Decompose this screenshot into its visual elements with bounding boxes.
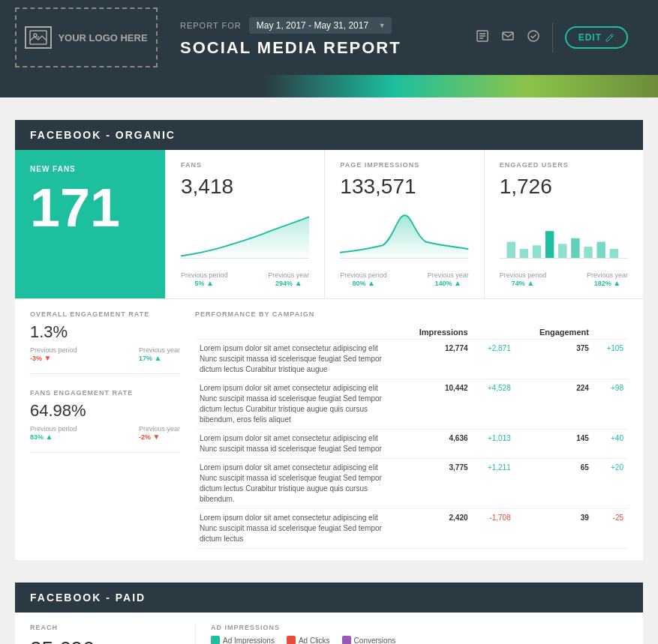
campaign-impressions-delta: -1,708 [473,509,515,549]
fans-engagement-periods: Previous period 83% ▲ Previous year -2% … [30,425,180,441]
svg-rect-17 [558,244,566,258]
campaign-row: Lorem ipsum dolor sit amet consectetur a… [195,430,628,459]
campaign-engagement-delta: +98 [593,379,628,430]
campaign-impressions: 12,774 [395,340,473,379]
fans-label: FANS [181,161,309,169]
legend-ad-impressions: Ad Impressions [211,636,275,644]
fans-card: FANS 3,418 [165,150,324,298]
engagement-header: Engagement [515,325,593,340]
organic-metrics-row: NEW FANS 171 FANS 3,418 [15,150,643,299]
facebook-organic-header: FACEBOOK - ORGANIC [15,120,643,150]
campaign-engagement-delta: +20 [593,459,628,509]
ad-impressions-label: AD IMPRESSIONS [211,624,628,631]
overall-engagement-value: 1.3% [30,322,180,342]
svg-rect-13 [506,242,515,259]
engagement-rates-col: OVERALL ENGAGEMENT RATE 1.3% Previous pe… [30,310,180,549]
legend-green-dot [211,636,220,644]
edit-button[interactable]: EDIT [565,26,628,49]
logo: YOUR LOGO HERE [15,7,158,67]
campaign-engagement-delta: +105 [593,340,628,379]
svg-rect-14 [519,249,527,258]
impressions-period-row: Previous period 80% ▲ Previous year 140%… [340,271,468,287]
svg-rect-20 [596,242,605,259]
overall-engagement-periods: Previous period -3% ▼ Previous year 17% … [30,346,180,362]
engaged-prev-period: Previous period 74% ▲ [500,271,547,287]
new-fans-label: NEW FANS [30,165,150,173]
reach-label: REACH [30,624,180,631]
facebook-organic-section: FACEBOOK - ORGANIC NEW FANS 171 FANS 3,4… [15,120,643,560]
impressions-chart-svg [340,205,468,265]
overall-prev-period: Previous period -3% ▼ [30,346,77,362]
legend-purple-dot [342,636,351,644]
overall-prev-year: Previous year 17% ▲ [139,346,180,362]
fans-chart-svg [181,205,309,265]
campaign-impressions: 2,420 [395,509,473,549]
email-icon[interactable] [501,29,515,46]
engaged-period-row: Previous period 74% ▲ Previous year 182%… [500,271,628,287]
impressions-prev-year: Previous year 140% ▲ [428,271,469,287]
fans-engagement-label: FANS ENGAGEMENT RATE [30,389,180,397]
svg-rect-16 [545,231,554,258]
campaign-col: PERFORMANCE BY CAMPAIGN Impressions Enga… [195,310,628,549]
fans-eng-period-arrow: ▲ [46,433,53,441]
campaign-row: Lorem ipsum dolor sit amet consectetur a… [195,379,628,430]
date-range-select[interactable]: May 1, 2017 - May 31, 2017 [249,17,392,34]
svg-rect-15 [532,245,540,258]
svg-rect-8 [503,32,513,40]
svg-rect-19 [584,247,592,258]
engaged-users-card: ENGAGED USERS 1,726 [484,150,643,298]
campaign-engagement-delta: +40 [593,430,628,459]
campaign-text: Lorem ipsum dolor sit amet consectetur a… [195,379,395,430]
impressions-prev-period: Previous period 80% ▲ [340,271,387,287]
fans-eng-year-arrow: ▼ [153,433,161,441]
impressions-period-arrow: ▲ [368,279,375,287]
campaign-engagement-delta: -25 [593,509,628,549]
page-impressions-label: PAGE IMPRESSIONS [340,161,468,169]
report-for-label: REPORT FOR [180,21,242,30]
campaign-impressions-delta: +4,528 [473,379,515,430]
campaign-impressions: 10,442 [395,379,473,430]
engaged-prev-year: Previous year 182% ▲ [587,271,628,287]
new-fans-card: NEW FANS 171 [15,150,165,298]
fans-eng-prev-period: Previous period 83% ▲ [30,425,77,441]
engaged-users-value: 1,726 [500,175,628,199]
reach-col: REACH 25,696 Previous period Previous ye… [30,624,180,644]
logo-icon [25,26,52,49]
campaign-impressions: 4,636 [395,430,473,459]
organic-lower-section: OVERALL ENGAGEMENT RATE 1.3% Previous pe… [15,299,643,560]
date-select-wrap[interactable]: May 1, 2017 - May 31, 2017 [249,17,392,34]
paid-metrics-row: REACH 25,696 Previous period Previous ye… [15,613,643,644]
new-fans-value: 171 [30,181,150,235]
reach-value: 25,696 [30,637,180,644]
campaign-engagement: 65 [515,459,593,509]
overall-year-arrow: ▲ [155,354,162,362]
engaged-users-label: ENGAGED USERS [500,161,628,169]
legend-conversions: Conversions [342,636,396,644]
ad-impressions-col: AD IMPRESSIONS Ad Impressions Ad Clicks … [195,624,628,644]
logo-text: YOUR LOGO HERE [58,32,147,43]
campaign-text: Lorem ipsum dolor sit amet consectetur a… [195,340,395,379]
fans-eng-prev-year: Previous year -2% ▼ [139,425,180,441]
overall-engagement-block: OVERALL ENGAGEMENT RATE 1.3% Previous pe… [30,310,180,374]
engaged-year-arrow: ▲ [613,279,620,287]
svg-rect-21 [609,249,617,258]
campaign-row: Lorem ipsum dolor sit amet consectetur a… [195,340,628,379]
legend-ad-clicks: Ad Clicks [287,636,330,644]
header-center: REPORT FOR May 1, 2017 - May 31, 2017 SO… [158,17,461,58]
campaign-text: Lorem ipsum dolor sit amet consectetur a… [195,430,395,459]
legend-ad-clicks-label: Ad Clicks [299,637,330,645]
legend-ad-impressions-label: Ad Impressions [223,637,275,645]
header: YOUR LOGO HERE REPORT FOR May 1, 2017 - … [0,0,658,75]
download-icon[interactable] [476,29,489,46]
legend-conversions-label: Conversions [354,637,396,645]
campaign-impressions-delta: +1,211 [473,459,515,509]
svg-rect-18 [571,238,579,259]
facebook-paid-section: FACEBOOK - PAID REACH 25,696 Previous pe… [15,583,643,644]
page-impressions-value: 133,571 [340,175,468,199]
overall-period-arrow: ▼ [44,354,52,362]
check-icon[interactable] [527,29,540,46]
facebook-paid-header: FACEBOOK - PAID [15,583,643,613]
engaged-period-arrow: ▲ [527,279,534,287]
campaign-text: Lorem ipsum dolor sit amet consectetur a… [195,509,395,549]
header-actions: EDIT [461,22,643,52]
